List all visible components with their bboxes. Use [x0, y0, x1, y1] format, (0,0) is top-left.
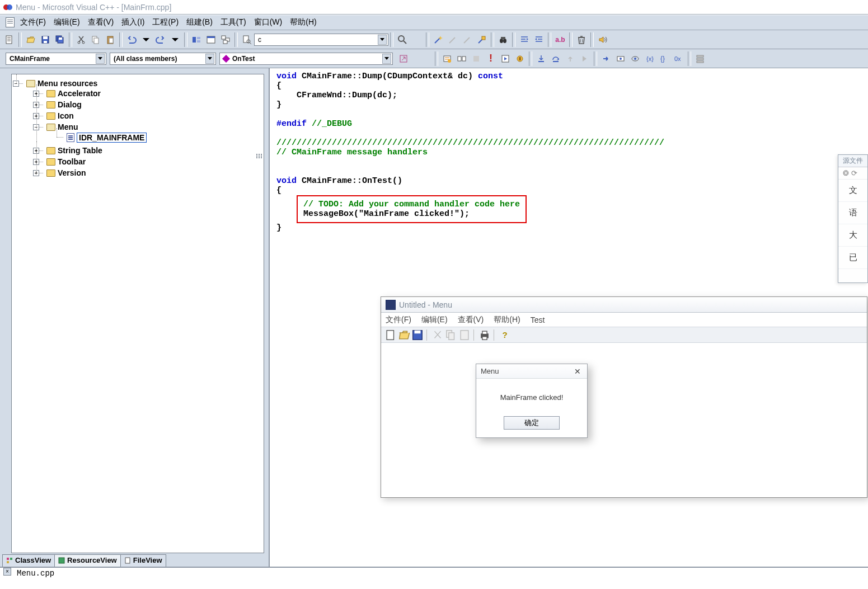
open-icon[interactable] — [24, 33, 37, 46]
tree-accelerator[interactable]: Accelerator — [58, 89, 101, 98]
side-row-1[interactable]: 文 — [838, 180, 867, 202]
side-row-4[interactable]: 已 — [838, 247, 867, 269]
app-open-icon[interactable] — [398, 329, 410, 341]
dropdown-arrow-icon[interactable] — [96, 54, 105, 64]
svg-rect-58 — [415, 330, 421, 333]
save-icon[interactable] — [39, 33, 52, 46]
step-over-icon[interactable] — [549, 52, 562, 65]
tree-root[interactable]: Menu resources — [37, 79, 97, 88]
tree-menu[interactable]: Menu — [58, 122, 78, 131]
quickwatch-icon[interactable] — [614, 52, 627, 65]
execute-icon[interactable]: ! — [484, 52, 498, 65]
side-row-3[interactable]: 大 — [838, 224, 867, 247]
wand-icon[interactable] — [431, 33, 445, 46]
app-new-icon[interactable] — [384, 329, 397, 341]
new-text-file-icon[interactable] — [3, 33, 16, 46]
menu-build[interactable]: 组建(B) — [186, 17, 213, 27]
binoculars-icon[interactable] — [496, 33, 510, 46]
messagebox-ok-button[interactable]: 确定 — [504, 416, 560, 430]
svg-rect-26 — [482, 36, 485, 40]
step-into-icon[interactable] — [534, 52, 548, 65]
app-cut-icon — [431, 329, 444, 341]
go-icon[interactable] — [499, 52, 512, 65]
wand-stack-icon[interactable] — [475, 33, 489, 46]
members-combo[interactable]: (All class members) — [110, 53, 216, 65]
tree-version[interactable]: Version — [58, 168, 86, 177]
trash-icon[interactable] — [575, 33, 588, 46]
redo-dropdown-icon[interactable] — [168, 33, 182, 46]
dropdown-arrow-icon[interactable] — [382, 54, 391, 64]
callstack-icon[interactable] — [693, 52, 707, 65]
watch-icon[interactable] — [628, 52, 642, 65]
tree-stringtable[interactable]: String Table — [58, 146, 102, 155]
app-paste-icon — [458, 329, 471, 341]
speaker-icon[interactable] — [596, 33, 609, 46]
arrow-right-icon[interactable] — [599, 52, 613, 65]
variables-icon[interactable]: {x} — [643, 52, 656, 65]
menu-edit[interactable]: 编辑(E) — [54, 17, 80, 27]
find-input[interactable]: c — [258, 36, 261, 44]
tab-resourceview[interactable]: ResourceView — [54, 554, 121, 567]
cut-icon[interactable] — [74, 33, 88, 46]
find-combo[interactable]: c — [254, 34, 388, 46]
function-combo[interactable]: OnTest — [219, 53, 393, 65]
menu-tools[interactable]: 工具(T) — [220, 17, 246, 27]
paste-icon[interactable] — [104, 33, 117, 46]
resource-tree[interactable]: − Menu resources +Accelerator +Dialog +I… — [11, 74, 264, 553]
compile-icon[interactable] — [440, 52, 454, 65]
undo-icon[interactable] — [125, 33, 138, 46]
tree-dialog[interactable]: Dialog — [58, 100, 82, 109]
output-panel[interactable]: × Menu.cpp — [0, 567, 868, 589]
app-menu-edit[interactable]: 编辑(E) — [421, 315, 448, 325]
app-menu-help[interactable]: 帮助(H) — [494, 315, 520, 325]
app-about-icon[interactable]: ? — [499, 329, 511, 341]
output-window-icon[interactable] — [204, 33, 218, 46]
collapse-icon[interactable]: − — [13, 81, 19, 87]
undo-dropdown-icon[interactable] — [139, 33, 153, 46]
goto-icon[interactable] — [397, 52, 410, 65]
svg-rect-63 — [482, 331, 487, 334]
find-in-files-icon[interactable] — [240, 33, 254, 46]
messagebox-titlebar[interactable]: Menu ✕ — [476, 364, 587, 379]
menu-insert[interactable]: 插入(I) — [121, 17, 144, 27]
tree-icon[interactable]: Icon — [58, 111, 74, 120]
tree-menu-item[interactable]: IDR_MAINFRAME — [77, 133, 147, 143]
dropdown-arrow-icon[interactable] — [205, 54, 214, 64]
menu-file[interactable]: 文件(F) — [20, 17, 46, 27]
menu-view[interactable]: 查看(V) — [88, 17, 114, 27]
registers-icon[interactable]: {} — [658, 52, 671, 65]
workspace-icon[interactable] — [190, 33, 203, 46]
copy-icon[interactable] — [89, 33, 102, 46]
menu-project[interactable]: 工程(P) — [152, 17, 179, 27]
side-panel[interactable]: 源文件 ❂ ⟳ 文 语 大 已 — [838, 154, 868, 283]
indent-less-icon[interactable] — [518, 33, 531, 46]
menu-window[interactable]: 窗口(W) — [254, 17, 283, 27]
save-all-icon[interactable] — [53, 33, 67, 46]
indent-more-icon[interactable] — [532, 33, 546, 46]
app-menu-view[interactable]: 查看(V) — [458, 315, 484, 325]
app-save-icon[interactable] — [411, 329, 424, 341]
redo-icon[interactable] — [154, 33, 167, 46]
app-titlebar[interactable]: Untitled - Menu — [381, 297, 867, 313]
window-list-icon[interactable] — [219, 33, 232, 46]
app-menu-test[interactable]: Test — [531, 315, 545, 324]
messagebox-close-icon[interactable]: ✕ — [573, 366, 583, 376]
expand-icon[interactable]: + — [33, 170, 39, 176]
tree-toolbar[interactable]: Toolbar — [58, 157, 86, 166]
side-row-2[interactable]: 语 — [838, 202, 867, 224]
tab-fileview[interactable]: FileView — [120, 554, 166, 567]
side-panel-icons[interactable]: ❂ ⟳ — [838, 167, 867, 180]
collapse-icon[interactable]: − — [33, 124, 39, 130]
tab-classview[interactable]: ClassView — [2, 554, 55, 567]
find-icon[interactable] — [396, 33, 409, 46]
memory-icon[interactable]: 0x — [672, 52, 686, 65]
app-menu-file[interactable]: 文件(F) — [386, 315, 411, 325]
dropdown-arrow-icon[interactable] — [378, 35, 387, 45]
app-print-icon[interactable] — [478, 329, 491, 341]
build-icon[interactable] — [455, 52, 468, 65]
close-panel-icon[interactable]: × — [3, 568, 11, 576]
break-icon[interactable] — [513, 52, 527, 65]
class-combo[interactable]: CMainFrame — [6, 53, 106, 65]
menu-help[interactable]: 帮助(H) — [290, 17, 316, 27]
whitespace-icon[interactable]: a.b — [553, 33, 567, 46]
